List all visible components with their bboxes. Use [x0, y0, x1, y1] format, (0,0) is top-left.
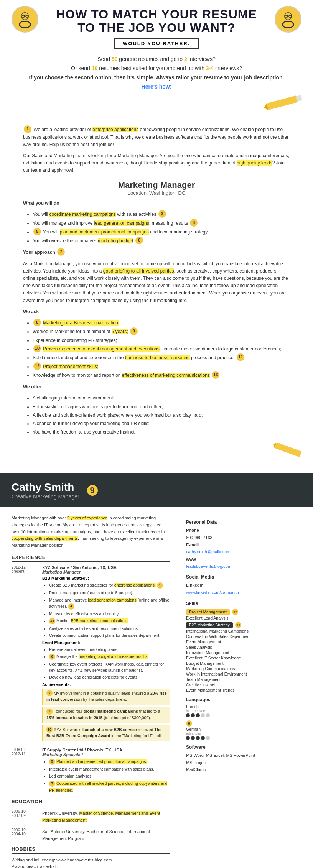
exp-role-1: Marketing Manager [42, 570, 170, 574]
skill-project-mgmt: Project Management [186, 609, 230, 615]
software-title: Software [186, 745, 305, 750]
dot-g4 [201, 736, 205, 740]
exp-sub2: Event Management: [42, 640, 170, 645]
ask-item-2: Worked in Marketing for a minimum of 5 y… [33, 328, 290, 336]
exp-content-2: IT Supply Center Ltd / Phoenix, TX, USA … [42, 748, 170, 794]
skill-sales: Sales Analysis [186, 645, 305, 649]
social-title: Social Media [186, 574, 305, 580]
skill-creative: Creative Instinct [186, 682, 305, 687]
edu-school-2: San Antonio University, Bachelor of Scie… [42, 829, 150, 841]
exp-li-3-1: 5 Planned and implemented promotional ca… [49, 758, 170, 765]
lang-french-dots [186, 713, 305, 717]
approach-text: As a Marketing Manager, you use your cre… [23, 260, 290, 304]
skills-block: Project Management 12 Excellent Lead Ana… [186, 608, 305, 692]
edu-school-1: Phoenix University, Master of Science, M… [42, 811, 160, 822]
exp-li-2-2: 6 Manage the marketing budget and measur… [49, 653, 170, 660]
num-10: 10 [92, 65, 98, 71]
resume-name: Cathy Smith [12, 481, 79, 493]
dot-g2 [191, 736, 195, 740]
dot-1 [186, 713, 190, 717]
dot-g3 [196, 736, 200, 740]
software-block: MS Word, MS Excel, MS PowerPoint MS Proj… [186, 752, 305, 773]
exp-li-1-7: Create communication support plans for t… [49, 632, 170, 638]
ask-item-7: Knowledge of how to monitor and report o… [33, 372, 290, 380]
exp-li-2-1: Prepare annual event marketing plans. [49, 646, 170, 653]
exp-list-3: 5 Planned and implemented promotional ca… [42, 758, 170, 793]
resume-body: Marketing Manager with over 5 years of e… [0, 507, 313, 868]
linkedin-value: www.linkedin.com/cathsmith [186, 590, 239, 595]
we-ask: We ask [23, 308, 290, 316]
exp-li-3-4: 7 Cooperated with all involved parties, … [49, 780, 170, 793]
badge-9-resume: 9 [87, 485, 98, 496]
www-label: www [186, 557, 196, 561]
resume-header: Cathy Smith Creative Marketing Manager 9 [0, 473, 313, 507]
badge-1: 1 [24, 125, 31, 133]
email-label: E-mail [186, 542, 199, 547]
skills-title: Skills [186, 601, 305, 606]
exp-li-2-4: Develop new lead generation concepts for… [49, 674, 170, 680]
job-location: Location: Washington, DC [23, 190, 290, 196]
badge-8: 8 [186, 720, 192, 727]
exp-date-2: 2008-022012-11 [12, 748, 38, 794]
offer-item-2: Enthusiastic colleagues who are eager to… [33, 403, 290, 411]
dot-5 [206, 713, 210, 717]
offer-item-3: A flexible and solution-oriented work pl… [33, 412, 290, 419]
exp-li-1-4: Measure lead effectiveness and quality. [49, 611, 170, 617]
will-do-item-2: You will manage and improve lead generat… [33, 220, 290, 227]
your-approach: Your approach 7 [23, 249, 290, 256]
dot-g1 [186, 736, 190, 740]
resume-title: Creative Marketing Manager [12, 493, 79, 500]
svg-rect-14 [267, 95, 298, 110]
will-do-item-4: You will oversee the company's marketing… [33, 237, 290, 245]
exp-li-1-3: Manage and improve lead generation campa… [49, 597, 170, 610]
skill-lead-analysis: Excellent Lead Analysis [186, 616, 305, 620]
pencil-decoration-bottom [0, 447, 313, 466]
svg-rect-10 [283, 22, 293, 27]
hobbies-text: Writing and influencing: www.leadsbyeven… [12, 857, 170, 868]
exp-list-1: Create B2B marketing strategies for ente… [42, 582, 170, 638]
exp-date-1: 2012-12present [12, 565, 38, 743]
exp-list-2: Prepare annual event marketing plans. 6 … [42, 646, 170, 681]
header-title: HOW TO MATCH YOUR RESUME TO THE JOB YOU … [15, 8, 298, 35]
www-value: leadsbyevents.blog.com [186, 564, 231, 569]
linkedin-label: LinkedIn [186, 583, 203, 587]
job-section: 1 We are a leading provider of enterpris… [0, 118, 313, 447]
job-title-block: Marketing Manager Location: Washington, … [23, 180, 290, 196]
exp-company-1: XYZ Software / San Antonio, TX, USA [42, 565, 170, 570]
exp-li-1-2: Project management (teams of up to 5 peo… [49, 590, 170, 596]
skill-mktcomm: Marketing Communications [186, 666, 305, 671]
skill-innov: Innovation Management [186, 650, 305, 655]
edu-content-1: Phoenix University, Master of Science, M… [42, 809, 170, 823]
lang-french: French intermediate [186, 704, 305, 717]
skill-it: Excellent IT Sector Knowledge [186, 656, 305, 660]
exp-li-3-2: Integrated event management campaigns wi… [49, 766, 170, 772]
pencil-decoration-top [0, 92, 313, 118]
skill-intl-env: Work In International Environment [186, 672, 305, 676]
exp-content-1: XYZ Software / San Antonio, TX, USA Mark… [42, 565, 170, 743]
exp-li-2-3: Coordinate key event projects (KAM works… [49, 661, 170, 674]
exp-block-1: 2012-12present XYZ Software / San Antoni… [12, 565, 170, 743]
skill-b2b: B2B Marketing Strategy [186, 622, 233, 628]
will-do-list: You will coordinate marketing campaigns … [23, 211, 290, 245]
edu-date-1: 2005-102007-09 [12, 809, 38, 823]
exp-company-2: IT Supply Center Ltd / Phoenix, TX, USA [42, 748, 170, 752]
lang-french-level: intermediate [186, 709, 305, 713]
ask-item-1: 8 Marketing or a Business qualification; [33, 319, 290, 327]
lang-german: 8 German advanced [186, 720, 305, 740]
will-do-item-3: 5 You will plan and implement promotiona… [33, 229, 290, 236]
phone-label: Phone [186, 528, 199, 533]
ask-item-4: 10 Proven experience of event management… [33, 345, 290, 353]
exp-li-1-6: Analyze sales activities and recommend s… [49, 625, 170, 631]
languages-title: Languages [186, 697, 305, 702]
skill-event: Event Management [186, 639, 305, 644]
offer-item-1: A challenging international environment; [33, 395, 290, 402]
achievement-1: 2 My involvement in a obtaining quality … [42, 689, 170, 705]
dot-2 [191, 713, 195, 717]
edu-block-1: 2005-102007-09 Phoenix University, Maste… [12, 809, 170, 823]
offer-item-5: You have the freedom to use your creativ… [33, 429, 290, 436]
svg-rect-3 [20, 22, 30, 27]
dot-4 [201, 713, 205, 717]
num-50: 50 [112, 56, 118, 62]
svg-rect-17 [274, 443, 301, 457]
resume-header-text: Cathy Smith Creative Marketing Manager [12, 481, 79, 500]
